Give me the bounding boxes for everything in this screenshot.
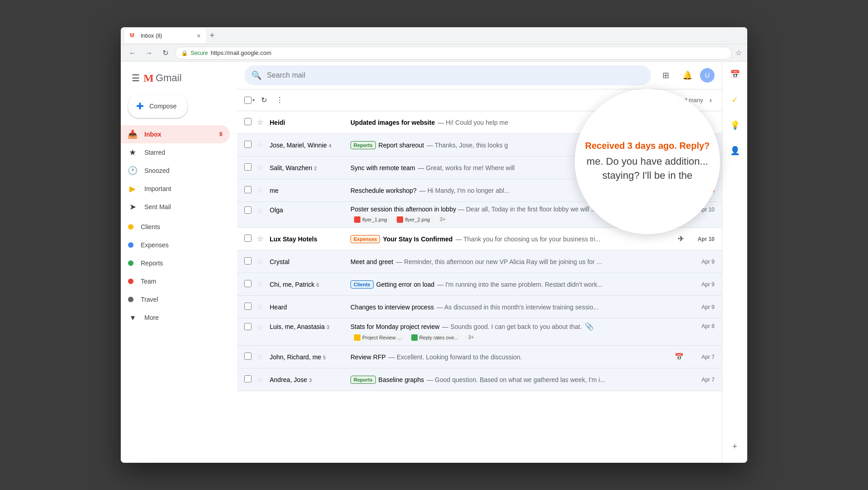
compose-button[interactable]: ✚ Compose — [128, 94, 187, 118]
row-checkbox[interactable] — [244, 141, 252, 148]
sender: Andrea, Jose 3 — [270, 376, 347, 383]
sender: me — [270, 187, 347, 194]
row-checkbox[interactable] — [244, 257, 252, 265]
more-attachments[interactable]: 2+ — [436, 216, 449, 224]
flight-icon: ✈ — [678, 235, 684, 243]
row-checkbox-area — [244, 163, 253, 172]
refresh-button[interactable]: ↻ — [159, 47, 172, 59]
add-side-button[interactable]: + — [726, 437, 744, 456]
star-button[interactable]: ☆ — [257, 206, 266, 215]
email-row[interactable]: ☆ Chi, me, Patrick 6 Clients Getting err… — [237, 273, 722, 296]
star-button[interactable]: ☆ — [257, 235, 266, 243]
snippet: — Hi! Could you help me — [438, 119, 508, 126]
clients-dot — [128, 224, 133, 230]
snippet: — Dear all, Today in the first floor lob… — [458, 206, 597, 213]
secure-icon: 🔒 — [181, 50, 188, 56]
sidebar-item-inbox[interactable]: 📥 Inbox 8 — [121, 125, 230, 143]
address-url: https://mail.google.com — [211, 49, 271, 56]
email-row[interactable]: ☆ Luis, me, Anastasia 3 Stats for Monday… — [237, 318, 722, 346]
row-checkbox[interactable] — [244, 206, 252, 214]
row-checkbox[interactable] — [244, 280, 252, 287]
row-checkbox[interactable] — [244, 163, 252, 171]
sent-label: Sent Mail — [144, 203, 171, 211]
attachment-chip[interactable]: Project Review ... — [350, 333, 405, 342]
row-checkbox[interactable] — [244, 303, 252, 310]
star-button[interactable]: ☆ — [257, 141, 266, 149]
bookmark-button[interactable]: ☆ — [735, 49, 742, 57]
address-bar[interactable]: 🔒 Secure https://mail.google.com — [175, 47, 732, 59]
keep-button[interactable]: 💡 — [726, 116, 744, 134]
sidebar-item-travel[interactable]: Travel — [121, 290, 230, 309]
snippet: — As discussed in this month's interview… — [437, 304, 599, 311]
important-label: Important — [144, 185, 171, 192]
active-tab[interactable]: M Inbox (8) × — [124, 29, 206, 43]
next-page-button[interactable]: › — [707, 93, 715, 107]
star-button[interactable]: ☆ — [257, 303, 266, 311]
row-checkbox[interactable] — [244, 235, 252, 242]
calendar-side-button[interactable]: 📅 — [726, 65, 744, 83]
attachment-chips: flyer_1.png flyer_2.png 2+ — [350, 216, 449, 224]
sidebar-item-reports[interactable]: Reports — [121, 254, 230, 272]
subject-col: Changes to interview process — As discus… — [350, 304, 684, 311]
attachment-chip[interactable]: flyer_2.png — [393, 216, 433, 224]
compose-plus-icon: ✚ — [136, 101, 144, 112]
star-button[interactable]: ☆ — [257, 163, 266, 172]
star-button[interactable]: ☆ — [257, 353, 266, 361]
sidebar-item-snoozed[interactable]: 🕐 Snoozed — [121, 162, 230, 180]
sidebar-item-team[interactable]: Team — [121, 272, 230, 290]
search-input[interactable] — [267, 71, 644, 79]
notifications-button[interactable]: 🔔 — [678, 66, 696, 84]
star-button[interactable]: ☆ — [257, 118, 266, 127]
select-dropdown-button[interactable]: ▾ — [252, 98, 255, 103]
email-row[interactable]: ☆ Andrea, Jose 3 Reports Baseline graphs… — [237, 368, 722, 391]
row-checkbox[interactable] — [244, 375, 252, 382]
more-attachments[interactable]: 3+ — [464, 333, 478, 342]
row-checkbox[interactable] — [244, 118, 252, 125]
sidebar-item-starred[interactable]: ★ Starred — [121, 143, 230, 162]
sender: Heard — [270, 304, 347, 311]
star-button[interactable]: ☆ — [257, 280, 266, 289]
attachment-chip[interactable]: Reply rates ove... — [408, 333, 462, 342]
attachment-chip[interactable]: flyer_1.png — [350, 216, 390, 224]
email-row[interactable]: ☆ John, Richard, me 5 Review RFP — Excel… — [237, 346, 722, 368]
subject: Poster session this afternoon in lobby — [350, 206, 456, 213]
sidebar-item-sent[interactable]: ➤ Sent Mail — [121, 198, 230, 216]
back-button[interactable]: ← — [126, 47, 139, 59]
sidebar-item-clients[interactable]: Clients — [121, 218, 230, 236]
search-box[interactable]: 🔍 — [244, 65, 651, 85]
sender: Luis, me, Anastasia 3 — [270, 322, 347, 330]
tooltip-body2-text: staying? I'll be in the — [593, 169, 702, 183]
refresh-emails-button[interactable]: ↻ — [258, 93, 270, 107]
tasks-button[interactable]: ✓ — [726, 91, 744, 109]
row-checkbox[interactable] — [244, 323, 252, 330]
star-button[interactable]: ☆ — [257, 186, 266, 195]
menu-button[interactable]: ☰ — [128, 69, 143, 87]
file-icon — [411, 334, 418, 341]
email-row[interactable]: ☆ Crystal Meet and greet — Reminder, thi… — [237, 250, 722, 273]
top-icons: ⊞ 🔔 U — [656, 66, 715, 84]
star-button[interactable]: ☆ — [257, 257, 266, 266]
select-all-checkbox[interactable] — [244, 97, 252, 104]
snippet: — Thanks, Jose, this looks g — [427, 142, 508, 149]
sidebar-item-expenses[interactable]: Expenses — [121, 236, 230, 254]
row-checkbox-area — [244, 280, 253, 289]
row-checkbox[interactable] — [244, 353, 252, 360]
more-options-button[interactable]: ⋮ — [273, 93, 286, 107]
row-checkbox[interactable] — [244, 186, 252, 193]
tag-expenses: Expenses — [350, 235, 380, 243]
contacts-button[interactable]: 👤 — [726, 142, 744, 160]
snippet: — Sounds good. I can get back to you abo… — [442, 323, 582, 330]
tab-close-button[interactable]: × — [197, 32, 201, 39]
forward-button[interactable]: → — [143, 47, 155, 59]
new-tab-button[interactable]: + — [208, 31, 217, 40]
star-button[interactable]: ☆ — [257, 375, 266, 384]
star-button[interactable]: ☆ — [257, 322, 266, 332]
top-search-bar: 🔍 ⊞ 🔔 U — [237, 62, 722, 89]
sidebar-item-more[interactable]: ▾ More — [121, 309, 230, 327]
sidebar-item-important[interactable]: ▶ Important — [121, 180, 230, 198]
subject-col: Meet and greet — Reminder, this afternoo… — [350, 258, 684, 265]
subject: Reschedule workshop? — [350, 187, 417, 194]
email-row[interactable]: ☆ Heard Changes to interview process — A… — [237, 296, 722, 318]
apps-button[interactable]: ⊞ — [656, 66, 675, 84]
user-avatar[interactable]: U — [700, 68, 715, 83]
